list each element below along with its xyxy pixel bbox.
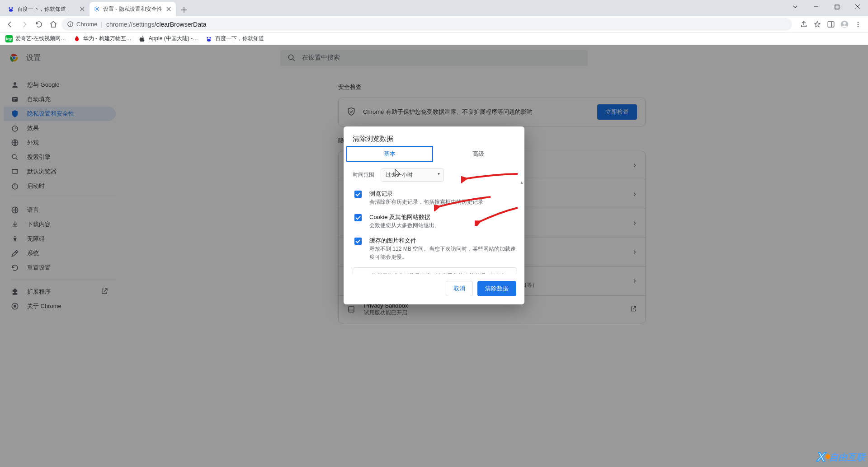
url-path: /clearBrowserData [155, 21, 207, 28]
search-engine-note: 您所用的搜索引擎是百度。请查看它的相关说明，了解如何删除您的搜索记录（若适用）。 [353, 267, 517, 274]
close-icon[interactable] [79, 5, 86, 13]
bookmark-item[interactable]: iqy 爱奇艺-在线视频网… [5, 35, 66, 42]
option-browsing-history[interactable]: 浏览记录会清除所有历史记录，包括搜索框中的历史记录 [353, 186, 524, 210]
back-button[interactable] [4, 18, 16, 31]
settings-page: 设置 在设置中搜索 您与 Google 自动填充 隐私设置和安全性 效果 外观 … [0, 45, 868, 467]
menu-icon[interactable] [852, 18, 864, 31]
baidu-favicon-icon [7, 5, 14, 13]
iqiyi-icon: iqy [5, 35, 13, 42]
svg-point-15 [207, 39, 211, 42]
url-host: chrome://settings [106, 21, 155, 28]
secure-label: Chrome [76, 21, 97, 28]
svg-point-2 [9, 9, 13, 12]
svg-point-13 [207, 37, 208, 38]
time-range-select[interactable]: 过去一小时 [381, 168, 444, 182]
dialog-tabs: 基本 高级 [344, 144, 524, 162]
bookmarks-bar: iqy 爱奇艺-在线视频网… 华为 - 构建万物互… Apple (中国大陆) … [0, 33, 868, 45]
home-button[interactable] [47, 18, 60, 31]
clear-browsing-data-dialog: 清除浏览数据 基本 高级 时间范围 过去一小时 浏览记录会清除所有历史记录，包括… [344, 126, 524, 304]
close-icon[interactable] [165, 5, 172, 13]
svg-point-11 [858, 23, 859, 25]
search-icon [359, 273, 366, 274]
tab-basic[interactable]: 基本 [346, 146, 433, 162]
bookmark-item[interactable]: 百度一下，你就知道 [205, 35, 264, 42]
svg-point-9 [843, 22, 846, 24]
browser-toolbar: Chrome | chrome://settings/clearBrowserD… [0, 16, 868, 33]
tabs-dropdown-icon[interactable] [785, 0, 806, 14]
checkbox-cookies[interactable] [354, 214, 362, 221]
window-titlebar: 百度一下，你就知道 设置 - 隐私设置和安全性 [0, 0, 868, 16]
baidu-icon [205, 35, 212, 42]
address-bar[interactable]: Chrome | chrome://settings/clearBrowserD… [61, 18, 792, 31]
share-icon[interactable] [797, 18, 810, 31]
browser-tab-baidu[interactable]: 百度一下，你就知道 [4, 2, 90, 16]
time-range-label: 时间范围 [353, 171, 374, 179]
close-window-button[interactable] [847, 0, 868, 14]
window-controls [785, 0, 868, 14]
svg-point-0 [9, 7, 10, 9]
svg-point-1 [11, 7, 13, 9]
tab-title: 百度一下，你就知道 [17, 5, 76, 13]
bookmark-icon[interactable] [811, 18, 824, 31]
cursor-icon [395, 169, 401, 178]
dialog-title: 清除浏览数据 [344, 126, 524, 144]
svg-rect-4 [835, 5, 839, 9]
maximize-button[interactable] [826, 0, 847, 14]
side-panel-icon[interactable] [825, 18, 837, 31]
svg-point-3 [96, 8, 98, 10]
minimize-button[interactable] [806, 0, 826, 14]
bookmark-item[interactable]: Apple (中国大陆) -… [139, 35, 198, 42]
forward-button[interactable] [18, 18, 31, 31]
checkbox-cached[interactable] [354, 238, 362, 245]
gear-favicon-icon [93, 5, 100, 13]
site-info-icon[interactable]: Chrome [67, 21, 97, 28]
svg-rect-7 [828, 22, 834, 27]
bookmark-item[interactable]: 华为 - 构建万物互… [73, 35, 132, 42]
svg-point-14 [209, 37, 211, 38]
svg-point-6 [70, 23, 71, 23]
cancel-button[interactable]: 取消 [446, 281, 473, 296]
browser-tab-settings[interactable]: 设置 - 隐私设置和安全性 [90, 2, 176, 16]
profile-icon[interactable] [838, 18, 851, 31]
scrollbar[interactable]: ▲▼ [520, 180, 524, 274]
tab-advanced[interactable]: 高级 [435, 146, 522, 162]
huawei-icon [73, 35, 80, 42]
svg-point-10 [858, 22, 859, 23]
new-tab-button[interactable] [178, 4, 190, 16]
option-cookies[interactable]: Cookie 及其他网站数据会致使您从大多数网站退出。 [353, 210, 524, 233]
browser-tabs: 百度一下，你就知道 设置 - 隐私设置和安全性 [4, 2, 190, 16]
svg-point-12 [858, 26, 859, 27]
option-cached[interactable]: 缓存的图片和文件释放不到 112 MB 空间。当您下次访问时，某些网站的加载速度… [353, 233, 524, 265]
apple-icon [139, 35, 146, 42]
dialog-body: 时间范围 过去一小时 浏览记录会清除所有历史记录，包括搜索框中的历史记录 Coo… [344, 162, 524, 274]
clear-data-button[interactable]: 清除数据 [477, 281, 516, 296]
watermark: X自由互联 [817, 450, 865, 464]
checkbox-browsing-history[interactable] [354, 191, 362, 198]
tab-title: 设置 - 隐私设置和安全性 [103, 5, 162, 13]
reload-button[interactable] [33, 18, 45, 31]
